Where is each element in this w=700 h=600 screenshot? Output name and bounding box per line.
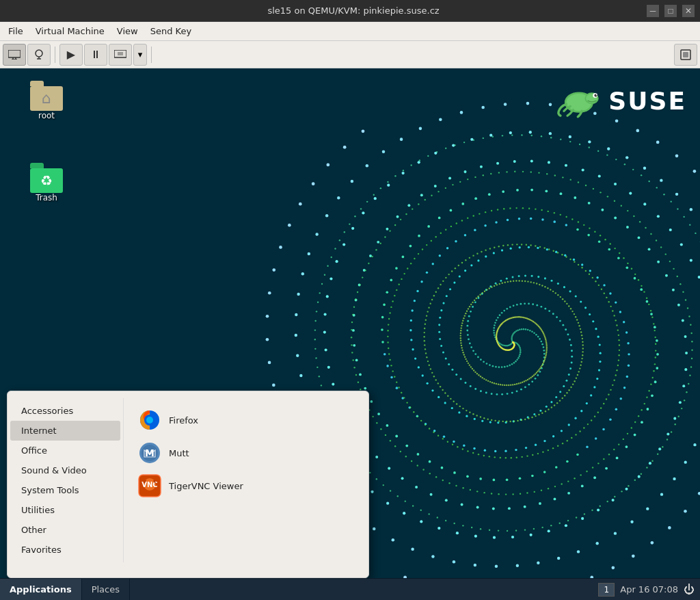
trash-folder-body: ♻: [30, 168, 63, 193]
trash-icon-label: Trash: [36, 193, 57, 203]
minimize-button[interactable]: ─: [647, 5, 659, 17]
category-utilities[interactable]: Utilities: [10, 500, 120, 520]
titlebar-title: sle15 on QEMU/KVM: pinkiepie.suse.cz: [60, 5, 647, 16]
menu-view[interactable]: View: [111, 25, 144, 38]
svg-point-4: [36, 50, 42, 57]
trash-icon[interactable]: ♻ Trash: [19, 157, 74, 205]
svg-point-16: [595, 94, 597, 96]
desktop: SUSE ⌂ root ♻ Trash Accessories Internet: [0, 68, 700, 578]
popup-arrow-icon: [28, 569, 42, 577]
toolbar-play-button[interactable]: ▶: [59, 44, 83, 66]
titlebar: sle15 on QEMU/KVM: pinkiepie.suse.cz ─ □…: [0, 0, 700, 22]
titlebar-controls: ─ □ ✕: [647, 5, 695, 17]
taskbar-places-button[interactable]: Places: [82, 579, 130, 600]
svg-rect-8: [118, 52, 123, 55]
category-internet[interactable]: Internet: [10, 421, 120, 441]
toolbar-separator-1: [55, 47, 55, 63]
taskbar-applications-button[interactable]: Applications: [0, 579, 82, 600]
taskbar-workspace-button[interactable]: 1: [598, 583, 615, 597]
suse-logo: SUSE: [555, 82, 686, 120]
home-symbol-icon: ⌂: [42, 90, 51, 107]
svg-rect-10: [683, 52, 688, 57]
suse-chameleon-icon: [555, 82, 603, 120]
app-mutt[interactable]: M Mutt: [132, 436, 360, 469]
maximize-button[interactable]: □: [664, 5, 677, 17]
svg-text:VNC: VNC: [142, 481, 157, 488]
tigervnc-icon: VNC: [137, 473, 162, 498]
category-favorites[interactable]: Favorites: [10, 540, 120, 560]
toolbar-monitor-button[interactable]: [3, 44, 26, 66]
app-menu-inner: Accessories Internet Office Sound & Vide…: [8, 391, 368, 569]
toolbar-screen-button[interactable]: [109, 44, 132, 66]
category-system-tools[interactable]: System Tools: [10, 480, 120, 500]
app-menu-categories: Accessories Internet Office Sound & Vide…: [8, 398, 124, 562]
root-folder-image: ⌂: [30, 78, 63, 111]
toolbar-scale-button[interactable]: [674, 44, 697, 66]
mutt-icon: M: [137, 441, 162, 465]
close-button[interactable]: ✕: [682, 5, 695, 17]
taskbar-right-section: 1 Apr 16 07:08 ⏻: [598, 583, 700, 597]
suse-brand-text: SUSE: [608, 87, 686, 115]
root-icon-label: root: [38, 111, 55, 120]
menu-send-key[interactable]: Send Key: [145, 25, 197, 38]
taskbar-datetime: Apr 16 07:08: [620, 584, 678, 595]
svg-point-20: [146, 417, 153, 423]
trash-folder-image: ♻: [30, 160, 63, 193]
toolbar-bulb-button[interactable]: [27, 44, 51, 66]
app-menu-popup: Accessories Internet Office Sound & Vide…: [7, 391, 369, 578]
category-other[interactable]: Other: [10, 520, 120, 540]
tigervnc-label: TigerVNC Viewer: [169, 481, 243, 491]
svg-point-17: [596, 94, 597, 96]
menu-file[interactable]: File: [3, 25, 29, 38]
folder-body: ⌂: [30, 86, 63, 111]
toolbar: ▶ ⏸ ▾: [0, 41, 700, 68]
toolbar-separator-2: [151, 47, 152, 63]
root-folder-icon[interactable]: ⌂ root: [19, 75, 74, 123]
mutt-label: Mutt: [169, 448, 189, 458]
app-firefox[interactable]: Firefox: [132, 404, 360, 436]
category-sound-video[interactable]: Sound & Video: [10, 460, 120, 480]
toolbar-dropdown-button[interactable]: ▾: [133, 44, 147, 66]
firefox-icon: [137, 408, 162, 432]
category-office[interactable]: Office: [10, 441, 120, 460]
recycle-icon: ♻: [40, 172, 53, 189]
taskbar-power-button[interactable]: ⏻: [684, 583, 695, 596]
folder-tab: [30, 81, 44, 86]
menu-virtual-machine[interactable]: Virtual Machine: [30, 25, 110, 38]
toolbar-pause-button[interactable]: ⏸: [84, 44, 107, 66]
menubar: File Virtual Machine View Send Key: [0, 22, 700, 41]
trash-folder-tab: [30, 163, 44, 168]
app-tigervnc[interactable]: VNC TigerVNC Viewer: [132, 469, 360, 502]
app-menu-apps: Firefox M Mutt: [124, 398, 368, 562]
category-accessories[interactable]: Accessories: [10, 401, 120, 421]
taskbar: Applications Places 1 Apr 16 07:08 ⏻: [0, 578, 700, 600]
svg-rect-0: [8, 50, 21, 57]
firefox-label: Firefox: [169, 415, 198, 426]
